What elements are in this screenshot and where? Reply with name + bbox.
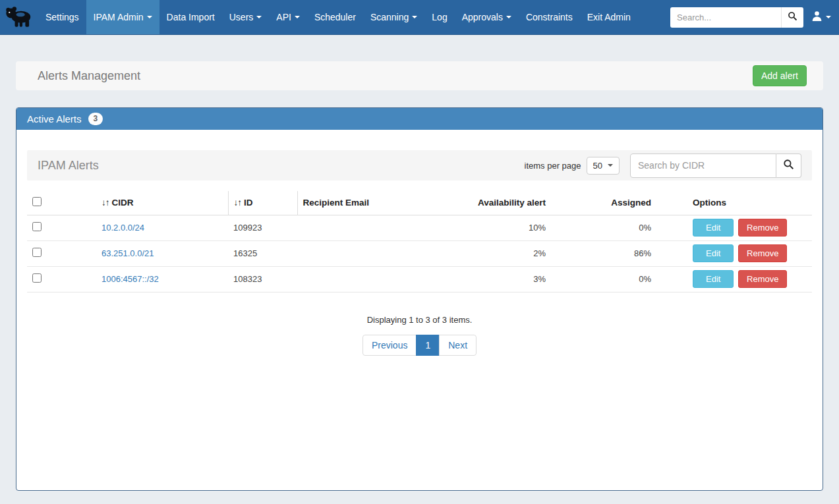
column-header-email: Recipient Email: [297, 191, 432, 215]
column-label: Recipient Email: [303, 198, 370, 208]
nav-label: Settings: [45, 12, 79, 22]
nav-item-constraints[interactable]: Constraints: [519, 0, 580, 34]
recipient-email: [297, 240, 432, 266]
page-header: Alerts Management Add alert: [16, 61, 823, 90]
cidr-search-button[interactable]: [776, 154, 801, 178]
table-header-row: ↓↑CIDR ↓↑ID Recipient Email Availability…: [27, 191, 812, 215]
pagination-previous-label[interactable]: Previous: [362, 335, 417, 356]
results-summary: Displaying 1 to 3 of 3 items.: [27, 315, 812, 325]
nav-item-api[interactable]: API: [269, 0, 307, 34]
alerts-table: ↓↑CIDR ↓↑ID Recipient Email Availability…: [27, 191, 812, 293]
nav-item-ipam-admin[interactable]: IPAM Admin: [86, 0, 159, 34]
cidr-link[interactable]: 1006:4567::/32: [101, 274, 159, 284]
pagination-next-label[interactable]: Next: [439, 335, 477, 356]
pagination-next[interactable]: Next: [440, 335, 477, 356]
items-per-page-value: 50: [593, 161, 602, 171]
global-search-button[interactable]: [781, 7, 803, 28]
column-label: ID: [244, 198, 253, 208]
panel-body: IPAM Alerts items per page 50: [16, 130, 823, 366]
column-header-assigned: Assigned: [551, 191, 656, 215]
page-container: Alerts Management Add alert Active Alert…: [16, 61, 823, 491]
column-label: Assigned: [611, 198, 651, 208]
chevron-down-icon: [826, 16, 831, 18]
table-toolbar: IPAM Alerts items per page 50: [27, 150, 812, 181]
nav-label: Approvals: [462, 12, 503, 22]
nav-item-exit-admin[interactable]: Exit Admin: [580, 0, 638, 34]
nav-item-users[interactable]: Users: [222, 0, 270, 34]
cidr-search: [630, 154, 801, 178]
edit-button[interactable]: Edit: [693, 219, 734, 237]
table-title: IPAM Alerts: [38, 159, 99, 173]
recipient-email: [297, 215, 432, 240]
assigned-value: 0%: [551, 266, 656, 292]
pagination-page-1[interactable]: 1: [417, 335, 440, 356]
assigned-value: 0%: [551, 215, 656, 240]
chevron-down-icon: [256, 16, 262, 18]
sort-icon[interactable]: ↓↑: [101, 198, 109, 208]
cidr-search-input[interactable]: [630, 154, 776, 178]
add-alert-button[interactable]: Add alert: [753, 65, 807, 86]
nav-label: Constraints: [526, 12, 573, 22]
nav-label: Data Import: [167, 12, 215, 22]
column-header-availability: Availability alert: [432, 191, 551, 215]
app-logo[interactable]: [0, 0, 38, 34]
nav-item-approvals[interactable]: Approvals: [455, 0, 519, 34]
remove-button[interactable]: Remove: [738, 219, 787, 237]
nav-label: Users: [229, 12, 254, 22]
panel-heading: Active Alerts 3: [16, 108, 823, 130]
pagination: Previous 1 Next: [362, 335, 477, 356]
search-icon: [783, 159, 794, 172]
nav-label: Scheduler: [314, 12, 356, 22]
pagination-page-label[interactable]: 1: [416, 335, 440, 356]
row-checkbox[interactable]: [32, 248, 42, 257]
nav-label: IPAM Admin: [94, 12, 144, 22]
nav-item-settings[interactable]: Settings: [38, 0, 86, 34]
panel-title: Active Alerts: [27, 113, 82, 125]
select-all-checkbox[interactable]: [32, 197, 42, 206]
nav-item-scheduler[interactable]: Scheduler: [307, 0, 363, 34]
cidr-link[interactable]: 10.2.0.0/24: [101, 223, 144, 233]
cidr-link[interactable]: 63.251.0.0/21: [101, 248, 154, 258]
main-menu: Settings IPAM Admin Data Import Users AP…: [38, 0, 638, 34]
column-header-options: Options: [656, 191, 812, 215]
remove-button[interactable]: Remove: [738, 270, 787, 288]
edit-button[interactable]: Edit: [693, 244, 734, 262]
edit-button[interactable]: Edit: [693, 270, 734, 288]
availability-value: 2%: [432, 240, 551, 266]
column-label: CIDR: [112, 198, 134, 208]
table-row: 10.2.0.0/24 109923 10% 0% Edit Remove: [27, 215, 812, 240]
global-search-input[interactable]: [670, 7, 781, 28]
row-checkbox[interactable]: [32, 273, 42, 283]
nav-item-log[interactable]: Log: [424, 0, 454, 34]
active-alerts-panel: Active Alerts 3 IPAM Alerts items per pa…: [16, 107, 823, 491]
column-header-id[interactable]: ↓↑ID: [228, 191, 297, 215]
nav-label: Scanning: [370, 12, 409, 22]
chevron-down-icon: [295, 16, 300, 18]
chevron-down-icon: [412, 16, 417, 18]
table-row: 1006:4567::/32 108323 3% 0% Edit Remove: [27, 266, 812, 292]
items-per-page-select[interactable]: 50: [587, 157, 620, 175]
global-search: [670, 7, 803, 28]
user-menu[interactable]: [811, 11, 831, 24]
pagination-previous[interactable]: Previous: [362, 335, 417, 356]
nav-label: Exit Admin: [587, 12, 631, 22]
remove-button[interactable]: Remove: [738, 244, 787, 262]
panda-logo-icon: [4, 5, 34, 30]
top-navbar: Settings IPAM Admin Data Import Users AP…: [0, 0, 839, 35]
chevron-down-icon: [506, 16, 511, 18]
column-label: Availability alert: [478, 198, 546, 208]
pagination-wrap: Previous 1 Next: [27, 335, 812, 356]
toolbar-controls: items per page 50: [525, 154, 801, 178]
column-header-cidr[interactable]: ↓↑CIDR: [96, 191, 228, 215]
sort-icon[interactable]: ↓↑: [234, 198, 242, 208]
row-checkbox[interactable]: [32, 222, 42, 231]
items-per-page-label: items per page: [525, 161, 581, 171]
search-icon: [788, 11, 797, 23]
nav-item-data-import[interactable]: Data Import: [159, 0, 222, 34]
alert-id: 108323: [228, 266, 297, 292]
availability-value: 3%: [432, 266, 551, 292]
nav-label: Log: [432, 12, 447, 22]
nav-item-scanning[interactable]: Scanning: [363, 0, 424, 34]
chevron-down-icon: [608, 164, 613, 167]
alert-id: 16325: [228, 240, 297, 266]
